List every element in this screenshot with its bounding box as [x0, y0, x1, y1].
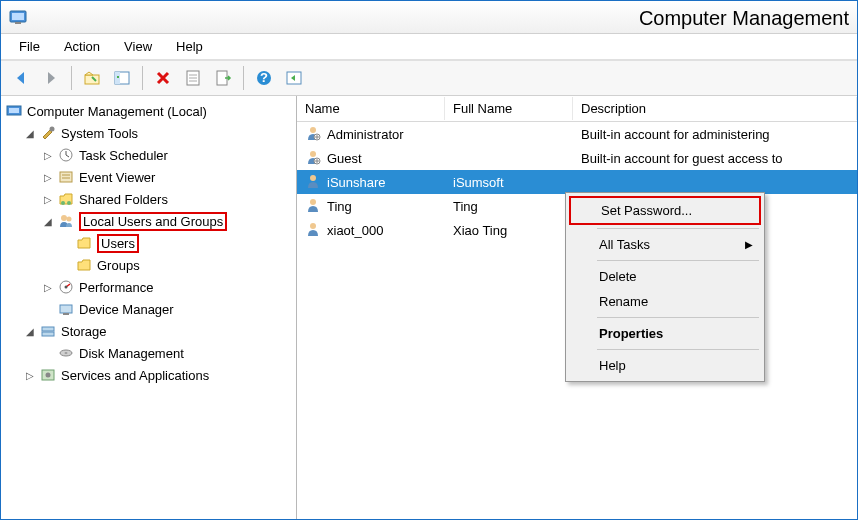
tree-device-manager[interactable]: Device Manager: [1, 298, 296, 320]
svg-point-33: [65, 352, 68, 354]
svg-point-27: [65, 286, 68, 289]
device-icon: [57, 300, 75, 318]
tree-local-users-groups[interactable]: ◢ Local Users and Groups: [1, 210, 296, 232]
col-full-name[interactable]: Full Name: [445, 97, 573, 120]
delete-button[interactable]: [149, 64, 177, 92]
tree-task-scheduler[interactable]: ▷ Task Scheduler: [1, 144, 296, 166]
svg-rect-29: [63, 313, 69, 315]
tree-event-viewer[interactable]: ▷ Event Viewer: [1, 166, 296, 188]
content-area: Computer Management (Local) ◢ System Too…: [1, 96, 857, 519]
svg-point-23: [67, 201, 71, 205]
tree-users[interactable]: Users: [1, 232, 296, 254]
tree-services-apps[interactable]: ▷ Services and Applications: [1, 364, 296, 386]
tree-disk-management[interactable]: Disk Management: [1, 342, 296, 364]
user-icon: [305, 197, 323, 215]
row-desc: Built-in account for administering: [581, 127, 770, 142]
expand-icon[interactable]: ▷: [41, 280, 55, 294]
tree-task-scheduler-label: Task Scheduler: [79, 148, 168, 163]
tree-shared-folders[interactable]: ▷ Shared Folders: [1, 188, 296, 210]
storage-icon: [39, 322, 57, 340]
collapse-icon[interactable]: ◢: [23, 324, 37, 338]
col-name[interactable]: Name: [297, 97, 445, 120]
svg-rect-1: [12, 13, 24, 20]
empty-expand: [59, 236, 73, 250]
titlebar: Computer Management: [1, 1, 857, 34]
ctx-delete[interactable]: Delete: [569, 264, 761, 289]
tree-shared-folders-label: Shared Folders: [79, 192, 168, 207]
tree-system-tools-label: System Tools: [61, 126, 138, 141]
toolbar-divider: [71, 66, 72, 90]
user-icon: [305, 173, 323, 191]
expand-icon[interactable]: ▷: [41, 170, 55, 184]
expand-icon[interactable]: ▷: [23, 368, 37, 382]
list-row-administrator[interactable]: Administrator Built-in account for admin…: [297, 122, 857, 146]
tree-root[interactable]: Computer Management (Local): [1, 100, 296, 122]
tree-system-tools[interactable]: ◢ System Tools: [1, 122, 296, 144]
show-hide-tree-button[interactable]: [108, 64, 136, 92]
properties-button[interactable]: [179, 64, 207, 92]
tree-local-users-groups-label: Local Users and Groups: [79, 212, 227, 231]
list-panel: Name Full Name Description Administrator…: [297, 96, 857, 519]
menu-file[interactable]: File: [9, 35, 50, 58]
tree-performance[interactable]: ▷ Performance: [1, 276, 296, 298]
up-button[interactable]: [78, 64, 106, 92]
tree-panel: Computer Management (Local) ◢ System Too…: [1, 96, 297, 519]
row-name: Guest: [327, 151, 362, 166]
row-name: xiaot_000: [327, 223, 383, 238]
users-icon: [57, 212, 75, 230]
ctx-help[interactable]: Help: [569, 353, 761, 378]
performance-icon: [57, 278, 75, 296]
user-icon: [305, 221, 323, 239]
tools-icon: [39, 124, 57, 142]
svg-point-41: [310, 199, 316, 205]
app-icon: [9, 8, 27, 26]
tree-storage[interactable]: ◢ Storage: [1, 320, 296, 342]
tree-performance-label: Performance: [79, 280, 153, 295]
event-icon: [57, 168, 75, 186]
tree-users-label: Users: [97, 234, 139, 253]
forward-button[interactable]: [37, 64, 65, 92]
list-row-isunshare[interactable]: iSunshare iSumsoft: [297, 170, 857, 194]
svg-rect-30: [42, 327, 54, 331]
svg-point-24: [61, 215, 67, 221]
tree-storage-label: Storage: [61, 324, 107, 339]
collapse-icon[interactable]: ◢: [41, 214, 55, 228]
menu-action[interactable]: Action: [54, 35, 110, 58]
folder-icon: [75, 256, 93, 274]
tree-disk-management-label: Disk Management: [79, 346, 184, 361]
collapse-icon[interactable]: ◢: [23, 126, 37, 140]
empty-expand: [59, 258, 73, 272]
menu-help[interactable]: Help: [166, 35, 213, 58]
export-button[interactable]: [209, 64, 237, 92]
tree-groups-label: Groups: [97, 258, 140, 273]
shared-folder-icon: [57, 190, 75, 208]
list-row-guest[interactable]: Guest Built-in account for guest access …: [297, 146, 857, 170]
svg-point-35: [46, 373, 51, 378]
svg-rect-2: [15, 22, 21, 24]
menu-view[interactable]: View: [114, 35, 162, 58]
expand-icon[interactable]: ▷: [41, 148, 55, 162]
ctx-set-password[interactable]: Set Password...: [569, 196, 761, 225]
ctx-separator: [597, 317, 759, 318]
expand-icon[interactable]: ▷: [41, 192, 55, 206]
row-full: iSumsoft: [453, 175, 504, 190]
back-button[interactable]: [7, 64, 35, 92]
svg-rect-16: [9, 108, 19, 113]
tree-groups[interactable]: Groups: [1, 254, 296, 276]
user-icon: [305, 125, 323, 143]
svg-rect-3: [85, 75, 99, 84]
row-name: Administrator: [327, 127, 404, 142]
context-menu: Set Password... All Tasks Delete Rename …: [565, 192, 765, 382]
ctx-separator: [597, 260, 759, 261]
svg-rect-6: [117, 76, 119, 78]
tree-root-label: Computer Management (Local): [27, 104, 207, 119]
ctx-all-tasks[interactable]: All Tasks: [569, 232, 761, 257]
ctx-separator: [597, 349, 759, 350]
refresh-button[interactable]: [280, 64, 308, 92]
col-description[interactable]: Description: [573, 97, 857, 120]
ctx-properties[interactable]: Properties: [569, 321, 761, 346]
help-button[interactable]: ?: [250, 64, 278, 92]
tree-event-viewer-label: Event Viewer: [79, 170, 155, 185]
ctx-rename[interactable]: Rename: [569, 289, 761, 314]
toolbar-divider: [142, 66, 143, 90]
